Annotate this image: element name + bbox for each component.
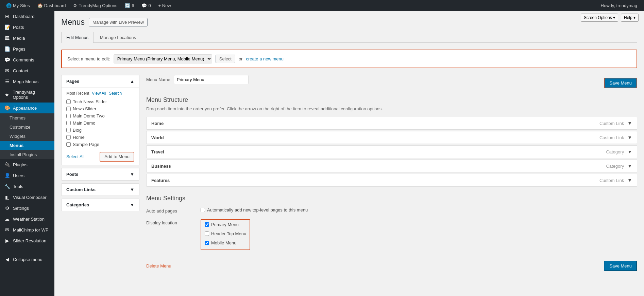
primary-menu-location-label[interactable]: Primary Menu [205,222,246,227]
my-sites-link[interactable]: 🌐 My Sites [3,0,33,11]
add-to-menu-button[interactable]: Add to Menu [100,152,134,162]
menu-item-home-arrow[interactable]: ▼ [627,121,632,126]
install-plugins-label: Install Plugins [10,152,37,157]
menu-name-row: Menu Name [146,75,249,84]
subtab-search[interactable]: Search [109,91,122,96]
create-new-menu-link[interactable]: create a new menu [246,56,284,61]
admin-bar: 🌐 My Sites 🏠 Dashboard ⚙ TrendyMag Optio… [0,0,644,11]
auto-add-pages-checkbox[interactable] [201,208,205,212]
save-menu-top-button[interactable]: Save Menu [604,78,637,88]
site-name-link[interactable]: 🏠 Dashboard [35,0,69,11]
sidebar-item-customize[interactable]: Customize [0,123,54,132]
primary-menu-checkbox[interactable] [205,222,209,227]
select-all-link[interactable]: Select All [66,154,84,159]
sidebar-label-tools: Tools [13,184,23,189]
pages-subtabs: Most Recent View All Search [66,91,134,96]
sidebar-item-widgets[interactable]: Widgets [0,132,54,141]
header-top-menu-location-label[interactable]: Header Top Menu [205,231,246,236]
posts-accordion-title: Posts [66,172,78,177]
menu-item-travel-arrow[interactable]: ▼ [627,149,632,154]
menu-structure-desc: Drag each item into the order you prefer… [146,106,637,111]
categories-accordion-header[interactable]: Categories ▼ [62,199,139,211]
sidebar-item-pages[interactable]: 📄 Pages [0,43,54,54]
tab-wrapper: Edit Menus Manage Locations [61,32,637,43]
comments-count: 0 [148,3,151,8]
sidebar-item-install-plugins[interactable]: Install Plugins [0,150,54,159]
menu-item-business[interactable]: Business Category ▼ [146,160,637,172]
menu-item-travel[interactable]: Travel Category ▼ [146,145,637,158]
menu-item-business-arrow[interactable]: ▼ [627,163,632,169]
dashboard-icon: ⊞ [4,14,10,19]
menu-item-home[interactable]: Home Custom Link ▼ [146,117,637,130]
sidebar-item-tools[interactable]: 🔧 Tools [0,181,54,192]
select-menu-button[interactable]: Select [216,55,235,63]
page-checkbox-1[interactable] [66,99,71,104]
manage-live-preview-button[interactable]: Manage with Live Preview [89,18,148,26]
sidebar-item-slider-revolution[interactable]: ▶ Slider Revolution [0,235,54,246]
sidebar-item-mailchimp[interactable]: ✉ MailChimp for WP [0,224,54,235]
updates-count: 6 [132,3,134,8]
delete-menu-link[interactable]: Delete Menu [146,263,171,269]
menu-item-features-arrow[interactable]: ▼ [627,178,632,183]
page-checkbox-6[interactable] [66,135,71,140]
page-item-5: Blog [66,128,134,133]
posts-accordion-header[interactable]: Posts ▼ [62,168,139,180]
subtab-view-all[interactable]: View All [92,91,106,96]
pages-accordion-header[interactable]: Pages ▲ [62,75,139,87]
menu-item-world-arrow[interactable]: ▼ [627,135,632,140]
new-label: + New [158,3,171,8]
appearance-submenu: Themes Customize Widgets Menus Install P… [0,113,54,159]
menu-item-world[interactable]: World Custom Link ▼ [146,131,637,144]
tab-edit-menus[interactable]: Edit Menus [61,32,94,43]
page-checkbox-2[interactable] [66,107,71,111]
sidebar-label-trendymag: TrendyMag Options [13,90,51,100]
menu-select-dropdown[interactable]: Primary Menu (Primary Menu, Mobile Menu) [114,54,212,63]
sidebar-item-dashboard[interactable]: ⊞ Dashboard [0,11,54,22]
tab-manage-locations[interactable]: Manage Locations [95,32,141,43]
page-checkbox-5[interactable] [66,128,71,132]
menu-name-input[interactable] [174,75,249,84]
sidebar-item-themes[interactable]: Themes [0,113,54,123]
plugins-icon: 🔌 [4,162,10,167]
page-item-2: News Slider [66,106,134,111]
screen-options-button[interactable]: Screen Options ▾ [581,14,618,22]
custom-links-accordion-header[interactable]: Custom Links ▼ [62,184,139,196]
page-checkbox-7[interactable] [66,142,71,147]
auto-add-pages-content: Automatically add new top-level pages to… [201,207,637,215]
page-checkbox-3[interactable] [66,114,71,118]
sidebar-item-appearance[interactable]: 🎨 Appearance [0,103,54,113]
sidebar-item-settings[interactable]: ⚙ Settings [0,203,54,214]
sidebar-item-menus[interactable]: Menus [0,141,54,150]
auto-add-pages-checkbox-label[interactable]: Automatically add new top-level pages to… [201,207,637,212]
mobile-menu-location-label[interactable]: Mobile Menu [205,240,246,245]
wp-icon: 🌐 [6,3,12,8]
sidebar-item-trendymag-options[interactable]: ★ TrendyMag Options [0,87,54,103]
sidebar-item-visual-composer[interactable]: ◧ Visual Composer [0,192,54,203]
new-content-link[interactable]: + New [156,0,174,11]
subtab-most-recent[interactable]: Most Recent [66,91,89,96]
trendymag-options-link[interactable]: ⚙ TrendyMag Options [70,0,120,11]
custom-links-arrow: ▼ [130,187,134,192]
help-button[interactable]: Help ▾ [621,14,639,22]
menu-item-world-name: World [151,135,599,140]
sidebar-item-weather-station[interactable]: ☁ Weather Station [0,214,54,224]
sidebar-item-media[interactable]: 🖼 Media [0,33,54,43]
sidebar-item-mega-menus[interactable]: ☰ Mega Menus [0,76,54,87]
page-checkbox-4[interactable] [66,121,71,125]
left-panel: Pages ▲ Most Recent View All Search [61,75,139,271]
sidebar-item-posts[interactable]: 📝 Posts [0,22,54,33]
comments-link[interactable]: 💬 0 [139,0,153,11]
header-top-menu-checkbox[interactable] [205,232,209,236]
sidebar-label-posts: Posts [13,25,24,30]
sidebar-item-users[interactable]: 👤 Users [0,170,54,181]
sidebar-item-plugins[interactable]: 🔌 Plugins [0,159,54,170]
page-item-1: Tech News Slider [66,99,134,104]
save-menu-bottom-button[interactable]: Save Menu [604,261,637,271]
sidebar-label-visual-composer: Visual Composer [13,195,47,200]
sidebar-item-contact[interactable]: ✉ Contact [0,65,54,76]
updates-link[interactable]: 🔄 6 [122,0,137,11]
menu-item-features[interactable]: Features Custom Link ▼ [146,174,637,187]
sidebar-item-comments[interactable]: 💬 Comments [0,54,54,65]
mobile-menu-checkbox[interactable] [205,241,209,245]
collapse-menu-button[interactable]: ◀ Collapse menu [0,253,54,265]
